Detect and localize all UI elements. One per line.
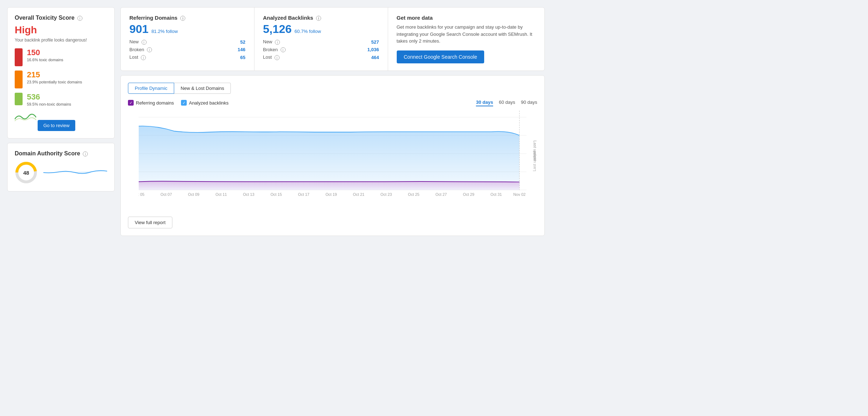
svg-text:Oct 09: Oct 09: [188, 193, 200, 197]
bar-red: [15, 48, 23, 66]
left-panel: Overall Toxicity Score i High Your backl…: [7, 7, 115, 236]
backlinks-checkbox[interactable]: ✓: [181, 100, 187, 106]
backlinks-info-icon[interactable]: i: [316, 16, 321, 21]
tab-profile-dynamic[interactable]: Profile Dynamic: [128, 83, 174, 94]
da-info-icon[interactable]: i: [83, 151, 88, 156]
tox-label-green: 59.5% non-toxic domains: [27, 102, 107, 106]
svg-text:Oct 31: Oct 31: [490, 193, 502, 197]
legend-referring: ✓ Referring domains: [128, 100, 174, 106]
backlinks-row-new: New i 527: [263, 39, 379, 45]
svg-text:Oct 15: Oct 15: [271, 193, 282, 197]
chart-area: 8K 6K 4K 2K 0: [128, 111, 537, 211]
chart-card: Profile Dynamic New & Lost Domains ✓ Ref…: [120, 75, 545, 236]
bl-broken-info[interactable]: i: [281, 47, 286, 52]
wave-decoration: [15, 112, 36, 123]
toxicity-card: Overall Toxicity Score i High Your backl…: [7, 7, 115, 139]
period-30-btn[interactable]: 30 days: [476, 100, 493, 106]
ref-lost-info[interactable]: i: [141, 55, 146, 60]
last-update-text: Last update: [532, 151, 536, 171]
toxicity-level: High: [15, 24, 107, 36]
da-sparkline: [43, 165, 107, 180]
svg-text:Oct 29: Oct 29: [463, 193, 474, 197]
referring-info-icon[interactable]: i: [180, 16, 185, 21]
referring-rows: New i 52 Broken i 146 Lost i: [129, 39, 245, 60]
period-90-btn[interactable]: 90 days: [521, 100, 537, 106]
backlinks-row-broken: Broken i 1,036: [263, 47, 379, 53]
chart-legend: ✓ Referring domains ✓ Analyzed backlinks: [128, 100, 229, 106]
svg-text:Oct 23: Oct 23: [381, 193, 392, 197]
svg-text:Oct 05: Oct 05: [139, 193, 144, 197]
toxicity-row-orange: 215 23.9% potentially toxic domains: [15, 71, 107, 88]
backlinks-follow: 60.7% follow: [295, 29, 321, 34]
get-more-text: Get more backlinks for your campaign and…: [397, 24, 536, 45]
da-score-label: 48: [23, 169, 29, 175]
get-more-data-section: Get more data Get more backlinks for you…: [388, 8, 545, 71]
get-more-title: Get more data: [397, 15, 536, 21]
svg-text:Nov 02: Nov 02: [513, 193, 525, 197]
svg-text:Oct 21: Oct 21: [353, 193, 364, 197]
referring-domains-title: Referring Domains i: [129, 15, 245, 21]
svg-text:Oct 13: Oct 13: [243, 193, 254, 197]
top-metrics: Referring Domains i 901 81.2% follow New…: [120, 7, 545, 71]
ref-broken-info[interactable]: i: [147, 47, 152, 52]
tox-number-green: 536: [27, 93, 107, 101]
backlinks-number: 5,126: [263, 23, 292, 35]
period-60-btn[interactable]: 60 days: [499, 100, 515, 106]
connect-gsc-button[interactable]: Connect Google Search Console: [397, 50, 485, 63]
chart-controls: ✓ Referring domains ✓ Analyzed backlinks…: [128, 100, 537, 106]
toxicity-title: Overall Toxicity Score: [15, 15, 75, 21]
referring-area: [139, 181, 519, 190]
svg-text:Oct 07: Oct 07: [161, 193, 172, 197]
go-to-review-button[interactable]: Go to review: [38, 120, 75, 131]
view-full-report-button[interactable]: View full report: [128, 217, 172, 228]
svg-text:Oct 17: Oct 17: [298, 193, 309, 197]
period-buttons: 30 days 60 days 90 days: [476, 100, 537, 106]
analyzed-backlinks-section: Analyzed Backlinks i 5,126 60.7% follow …: [254, 8, 388, 71]
svg-text:Oct 27: Oct 27: [435, 193, 447, 197]
bar-orange: [15, 71, 23, 88]
toxicity-row-green: 536 59.5% non-toxic domains: [15, 93, 107, 106]
tox-label-orange: 23.9% potentially toxic domains: [27, 80, 107, 84]
svg-text:Oct 19: Oct 19: [325, 193, 337, 197]
ref-new-info[interactable]: i: [142, 40, 147, 45]
tox-number-orange: 215: [27, 71, 107, 79]
referring-row-lost: Lost i 65: [129, 54, 245, 60]
referring-follow: 81.2% follow: [151, 29, 178, 34]
backlinks-area: [139, 126, 519, 190]
bl-lost-info[interactable]: i: [275, 55, 280, 60]
da-content: 48: [15, 161, 107, 184]
referring-number: 901: [129, 23, 148, 35]
legend-backlinks: ✓ Analyzed backlinks: [181, 100, 229, 106]
chart-tabs: Profile Dynamic New & Lost Domains: [128, 83, 537, 94]
chart-svg: 8K 6K 4K 2K 0: [139, 111, 526, 197]
legend-referring-label: Referring domains: [136, 100, 174, 106]
tab-new-lost-domains[interactable]: New & Lost Domains: [174, 83, 231, 94]
tox-number-red: 150: [27, 48, 107, 57]
da-title: Domain Authority Score: [15, 150, 80, 156]
referring-checkbox[interactable]: ✓: [128, 100, 134, 106]
toxicity-subtitle: Your backlink profile looks dangerous!: [15, 38, 107, 43]
bl-new-info[interactable]: i: [275, 40, 280, 45]
dashboard: Overall Toxicity Score i High Your backl…: [7, 7, 545, 236]
bar-green: [15, 93, 23, 105]
legend-backlinks-label: Analyzed backlinks: [189, 100, 229, 106]
toxicity-bars: 150 16.6% toxic domains 215 23.9% potent…: [15, 48, 107, 106]
domain-authority-card: Domain Authority Score i 48: [7, 143, 115, 192]
svg-text:Oct 25: Oct 25: [408, 193, 419, 197]
referring-row-broken: Broken i 146: [129, 47, 245, 53]
backlinks-rows: New i 527 Broken i 1,036 Lost i: [263, 39, 379, 60]
right-panel: Referring Domains i 901 81.2% follow New…: [120, 7, 545, 236]
tox-label-red: 16.6% toxic domains: [27, 58, 107, 62]
toxicity-row-red: 150 16.6% toxic domains: [15, 48, 107, 66]
backlinks-title: Analyzed Backlinks i: [263, 15, 379, 21]
referring-domains-section: Referring Domains i 901 81.2% follow New…: [121, 8, 254, 71]
backlinks-row-lost: Lost i 464: [263, 54, 379, 60]
da-donut: 48: [15, 161, 38, 184]
referring-row-new: New i 52: [129, 39, 245, 45]
toxicity-info-icon[interactable]: i: [77, 16, 82, 21]
svg-text:Oct 11: Oct 11: [215, 193, 227, 197]
